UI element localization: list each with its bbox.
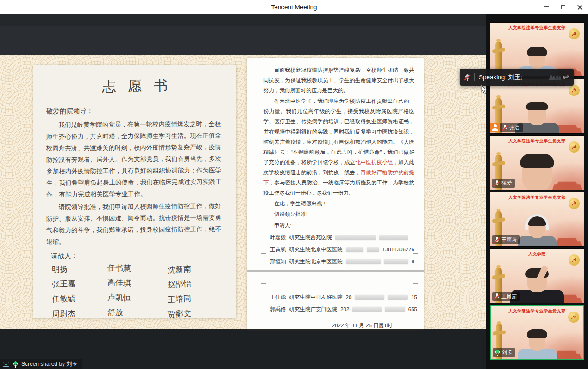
share-status-label: Screen shared by 刘玉 (21, 360, 77, 368)
toast-logo-decoration: ↩ (549, 73, 569, 81)
tencent-meeting-window: Tencent Meeting 志愿书 敬爱的院领导： 我们是岐黄学院的党员，在… (0, 0, 588, 369)
closing-lines: 在此，学生请愿出战！切盼领导批准! (263, 198, 414, 219)
close-button[interactable] (571, 0, 588, 14)
party-emblem-icon: ☭ (569, 85, 580, 96)
applicant-name: 郭禹佟 (270, 304, 286, 314)
applicant-visible-digits: 13811306276 (382, 244, 415, 254)
muted-mic-icon (464, 74, 470, 81)
signature-name: 周尉杰 (52, 307, 108, 318)
participant-name: 王肖茹 (501, 293, 517, 300)
participant-tile[interactable]: 人文学院☭王肖茹 (490, 248, 584, 303)
signature-name: 高佳琪 (107, 277, 168, 289)
applicant-affiliation: 研究生院北京中医医院 (289, 256, 343, 267)
applicant-name: 王寅凯 (270, 244, 286, 254)
back-arrow-icon: ↩ (563, 73, 569, 81)
logo-mark-icon (555, 74, 562, 80)
avatar-head (528, 105, 546, 125)
applicants-heading: 申请人: (263, 220, 414, 230)
minimize-button[interactable] (538, 0, 555, 14)
applicant-id-prefix: 20 (346, 292, 352, 302)
minimize-icon (544, 6, 549, 7)
redaction-blur (385, 307, 405, 312)
applicant-affiliation: 研究生院北京中医医院 (289, 244, 343, 254)
signature-heading: 请战人： (51, 252, 223, 261)
party-emblem-icon: ☭ (569, 28, 580, 39)
active-mic-icon (494, 350, 500, 356)
applicant-affiliation: 研究生院西苑医院 (289, 232, 332, 242)
host-person-badge-icon (490, 123, 500, 132)
applicant-row: 王寅凯研究生院北京中医医院13811306276 (270, 243, 414, 255)
closing-line: 切盼领导批准! (263, 209, 414, 219)
toast-divider (474, 73, 475, 81)
handwritten-paragraph: 我们是岐黄学院的党员，在第一轮校内疫情爆发之时，全校师生齐心协力，共克时艰，全力… (46, 118, 223, 201)
restore-button[interactable] (555, 0, 571, 14)
red-emphasis-text: 北中医抗疫小组 (355, 159, 393, 165)
mouse-cursor (481, 85, 488, 97)
applicant-affiliation: 研究生院广安门医院 (289, 304, 338, 314)
redaction-blur (379, 235, 408, 240)
screen-share-icon (3, 362, 9, 367)
redaction-blur (352, 307, 382, 312)
shared-screen-area: 志愿书 敬爱的院领导： 我们是岐黄学院的党员，在第一轮校内疫情爆发之时，全校师生… (0, 14, 486, 369)
close-icon (577, 5, 582, 10)
handwritten-letter: 志愿书 敬爱的院领导： 我们是岐黄学院的党员，在第一轮校内疫情爆发之时，全校师生… (33, 65, 236, 318)
window-title: Tencent Meeting (0, 4, 588, 11)
handwritten-letter-title: 志愿书 (46, 76, 224, 98)
participant-video-avatar (518, 331, 557, 360)
active-mic-icon (13, 361, 18, 368)
participant-tile[interactable]: 人文学院法学专业学生党支部☭张浩 (490, 79, 584, 134)
shared-document-canvas: 志愿书 敬爱的院领导： 我们是岐黄学院的党员，在第一轮校内疫情爆发之时，全校师生… (0, 55, 486, 329)
logo-mark-icon (549, 74, 556, 80)
redaction-blur (346, 259, 381, 264)
participants-sidebar: 人文学院法学专业学生党支部☭人文学院法学专业学生党支部☭张浩人文学院法学专业学生… (486, 14, 588, 369)
handwritten-paragraph: 请院领导批准，我们申请加入校园师生疫情防控工作，做好防护、服从安排、不惧困难、闻… (46, 200, 224, 248)
applicant-row: 叶嘉毅研究生院西苑医院 (270, 231, 414, 243)
muted-mic-icon (502, 125, 507, 131)
signature-name: 张王嘉 (52, 277, 108, 290)
muted-mic-icon (494, 237, 500, 243)
muted-mic-icon (494, 180, 500, 187)
share-status-bar: Screen shared by 刘玉 (0, 359, 82, 369)
avatar-head (522, 156, 552, 190)
participant-name: 张爱 (501, 180, 512, 187)
signature-name: 王培同 (167, 292, 223, 305)
typed-paragraph-2: 作为北中医学子，我们理应为学校防疫工作贡献出自己的一份力量。我们几位高年级的学生… (263, 96, 414, 198)
redaction-blur (384, 259, 408, 264)
participant-video-avatar (522, 156, 552, 190)
typed-paragraph-1: 目前我校新冠疫情防控形势严峻复杂，全校师生团结一致共同抗疫，为保证我校教职员工、… (263, 65, 414, 95)
participant-name-chip: 张浩 (500, 123, 523, 132)
text-boundary-mark (413, 283, 418, 288)
avatar-head (529, 49, 545, 69)
applicant-id-prefix: 202 (340, 304, 349, 314)
redaction-blur (367, 247, 379, 252)
muted-mic-icon (494, 293, 500, 300)
applicant-visible-digits: 9 (412, 256, 414, 267)
avatar-head (529, 219, 545, 238)
signature-name: 沈新南 (167, 262, 223, 275)
applicant-affiliation: 研究生院中日友好医院 (289, 292, 343, 302)
typed-text-segment: 作为北中医学子，我们理应为学校防疫工作贡献出自己的一份力量。我们几位高年级的学生… (263, 98, 414, 165)
avatar-head (529, 331, 545, 351)
date-line: 2022 年 11 月 25 日晨1时 (332, 320, 392, 331)
text-boundary-mark (261, 283, 266, 288)
typed-letter: 目前我校新冠疫情防控形势严峻复杂，全校师生团结一致共同抗疫，为保证我校教职员工、… (247, 58, 424, 329)
applicant-row: 王佳聪研究生院中日友好医院2015 (270, 291, 417, 303)
participant-name: 刘卡 (502, 349, 512, 356)
party-emblem-icon: ☭ (569, 198, 580, 209)
applicant-visible-digits: 655 (408, 304, 417, 314)
speaking-label: Speaking: 刘玉; (479, 73, 523, 82)
participant-tile[interactable]: 人文学院法学专业学生党支部☭王雨苫 (490, 192, 584, 247)
participant-video-avatar (518, 219, 557, 247)
participant-name-chip: 王肖茹 (492, 292, 520, 301)
participant-name-chip: 王雨苫 (492, 235, 520, 244)
text-boundary-mark (413, 249, 418, 254)
participant-tile[interactable]: 人文学院法学专业学生党支部☭刘卡 (490, 305, 584, 360)
speaking-toast: Speaking: 刘玉; ↩ (460, 69, 574, 86)
redaction-blur (355, 295, 384, 300)
signature-name: 卢凯恒 (107, 292, 168, 304)
participant-tile[interactable]: 人文学院法学专业学生党支部☭张爱 (490, 135, 584, 190)
signature-name: 明扬 (52, 262, 108, 275)
window-controls (538, 0, 588, 14)
signature-name: 任书慧 (107, 262, 168, 274)
participant-name: 张浩 (509, 124, 519, 131)
